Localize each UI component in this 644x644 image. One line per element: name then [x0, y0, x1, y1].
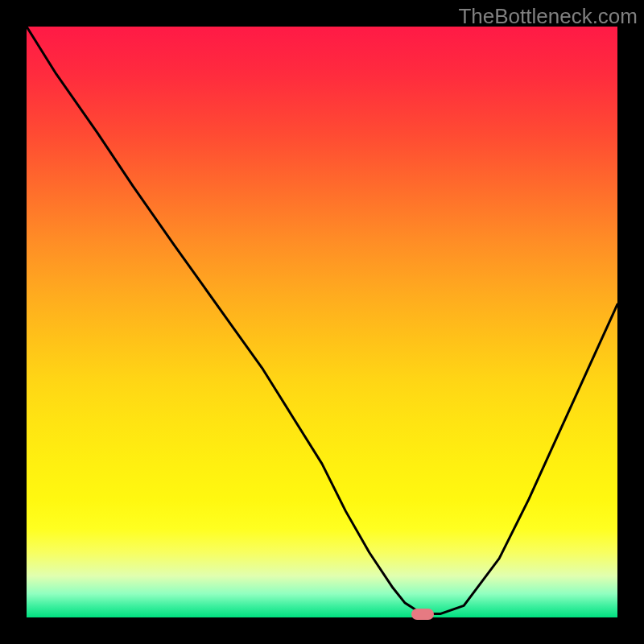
- chart-container: TheBottleneck.com: [0, 0, 644, 644]
- plot-area: [27, 27, 617, 617]
- marker-point: [411, 609, 434, 620]
- watermark-text: TheBottleneck.com: [458, 4, 638, 29]
- bottleneck-curve: [27, 27, 617, 614]
- curve-svg: [27, 27, 617, 617]
